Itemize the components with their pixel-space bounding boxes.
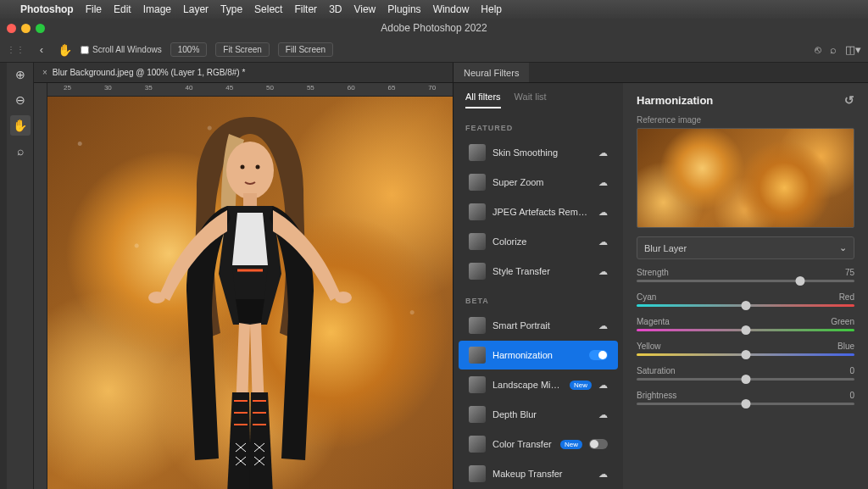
menu-type[interactable]: Type [220,3,242,15]
filter-label: Color Transfer [492,439,554,449]
filter-row-smart-portrait[interactable]: Smart Portrait☁ [459,311,618,340]
filter-list-column: All filters Wait list FEATURED Skin Smoo… [453,83,623,489]
svg-point-3 [335,292,352,303]
workspace-icon[interactable]: ◫▾ [845,43,861,56]
scroll-all-checkbox-input[interactable] [81,46,89,54]
ruler-mark: 55 [307,84,314,92]
left-strip [0,63,7,489]
close-tab-icon[interactable]: × [42,68,47,77]
fill-screen-button[interactable]: Fill Screen [278,42,333,57]
slider-knob[interactable] [741,301,750,310]
cloud-download-icon[interactable]: ☁ [598,207,608,218]
properties-title: Harmonization [637,94,713,107]
new-badge: New [560,440,582,449]
canvas[interactable] [47,97,453,489]
menu-image[interactable]: Image [143,3,171,15]
section-featured: FEATURED [453,114,623,137]
menu-window[interactable]: Window [433,3,470,15]
scroll-all-windows-checkbox[interactable]: Scroll All Windows [81,45,162,54]
menu-filter[interactable]: Filter [294,3,317,15]
reset-icon[interactable]: ↺ [844,93,854,107]
filter-row-harmonization[interactable]: Harmonization [459,341,618,370]
document-tab[interactable]: × Blur Background.jpeg @ 100% (Layer 1, … [34,63,453,83]
cloud-download-icon[interactable]: ☁ [598,147,608,158]
filter-label: Smart Portrait [492,320,592,331]
slider-knob[interactable] [795,276,804,286]
slider-knob[interactable] [741,375,750,384]
menu-help[interactable]: Help [481,3,502,15]
menu-select[interactable]: Select [254,3,282,15]
slider-track[interactable] [637,403,854,405]
menu-file[interactable]: File [86,3,102,15]
reference-image-thumbnail[interactable] [637,128,854,228]
panel-tab-neural-filters[interactable]: Neural Filters [453,63,529,82]
svg-point-2 [148,292,165,303]
slider-brightness[interactable]: Brightness0 [637,391,854,405]
cloud-download-icon[interactable]: ☁ [598,266,608,277]
slider-label-right: Green [831,317,854,326]
filter-label: Makeup Transfer [492,469,592,479]
zoom-level-button[interactable]: 100% [170,42,208,57]
slider-magenta[interactable]: MagentaGreen [637,317,854,331]
cloud-download-icon[interactable]: ☁ [598,236,608,247]
filter-row-landscape-mixer[interactable]: Landscape MixerNew☁ [459,370,618,399]
slider-knob[interactable] [741,350,750,359]
hand-tool[interactable]: ✋ [10,115,31,136]
cloud-download-icon[interactable]: ☁ [598,380,608,391]
filter-label: Colorize [492,236,592,247]
filter-row-jpeg-artefacts-removal[interactable]: JPEG Artefacts Removal☁ [459,197,618,226]
share-icon[interactable]: ⎋ [815,43,821,56]
slider-track[interactable] [637,378,854,381]
slider-yellow[interactable]: YellowBlue [637,342,854,356]
search-icon[interactable]: ⌕ [830,43,837,56]
slider-strength[interactable]: Strength75 [637,268,854,282]
slider-knob[interactable] [741,399,750,408]
filter-label: Landscape Mixer [492,380,563,390]
cloud-download-icon[interactable]: ☁ [598,320,608,331]
menu-layer[interactable]: Layer [183,3,209,15]
hand-tool-icon[interactable]: ✋ [58,43,72,57]
panel-tabbar: Neural Filters [453,63,868,83]
menu-edit[interactable]: Edit [114,3,131,15]
ruler-mark: 50 [266,84,274,92]
reference-layer-dropdown[interactable]: Blur Layer ⌄ [637,236,854,259]
drag-handle-icon[interactable]: ⋮⋮ [7,45,25,54]
zoom-tool[interactable]: ⌕ [10,141,31,161]
menu-view[interactable]: View [353,3,376,15]
filter-thumbnail [469,233,486,250]
subtab-all-filters[interactable]: All filters [465,92,501,108]
filter-row-skin-smoothing[interactable]: Skin Smoothing☁ [459,138,618,167]
ruler-mark: 30 [104,84,112,92]
home-back-button[interactable]: ‹ [34,42,49,58]
slider-saturation[interactable]: Saturation0 [637,366,854,381]
slider-track[interactable] [637,280,854,282]
cloud-download-icon[interactable]: ☁ [598,177,608,188]
app-name[interactable]: Photoshop [20,3,74,15]
menu-3d[interactable]: 3D [329,3,342,15]
filter-row-super-zoom[interactable]: Super Zoom☁ [459,168,618,197]
filter-row-color-transfer[interactable]: Color TransferNew [459,430,618,458]
zoom-out-tool[interactable]: ⊖ [10,90,31,110]
filter-thumbnail [469,406,486,423]
filter-toggle[interactable] [589,350,608,360]
subject-figure [119,104,381,489]
slider-track[interactable] [637,329,854,331]
filter-row-style-transfer[interactable]: Style Transfer☁ [459,257,618,286]
slider-track[interactable] [637,304,854,307]
fit-screen-button[interactable]: Fit Screen [215,42,270,57]
slider-track[interactable] [637,353,854,356]
slider-cyan[interactable]: CyanRed [637,292,854,307]
menu-plugins[interactable]: Plugins [387,3,420,15]
slider-label-left: Brightness [637,391,676,400]
filter-toggle[interactable] [589,439,608,449]
slider-label-left: Yellow [637,342,661,351]
filter-thumbnail [469,203,486,220]
filter-row-colorize[interactable]: Colorize☁ [459,227,618,256]
cloud-download-icon[interactable]: ☁ [598,409,608,420]
zoom-in-tool[interactable]: ⊕ [10,64,31,85]
filter-row-makeup-transfer[interactable]: Makeup Transfer☁ [459,459,618,488]
filter-row-depth-blur[interactable]: Depth Blur☁ [459,400,618,429]
slider-knob[interactable] [741,325,750,335]
subtab-wait-list[interactable]: Wait list [515,92,547,108]
cloud-download-icon[interactable]: ☁ [598,469,608,480]
